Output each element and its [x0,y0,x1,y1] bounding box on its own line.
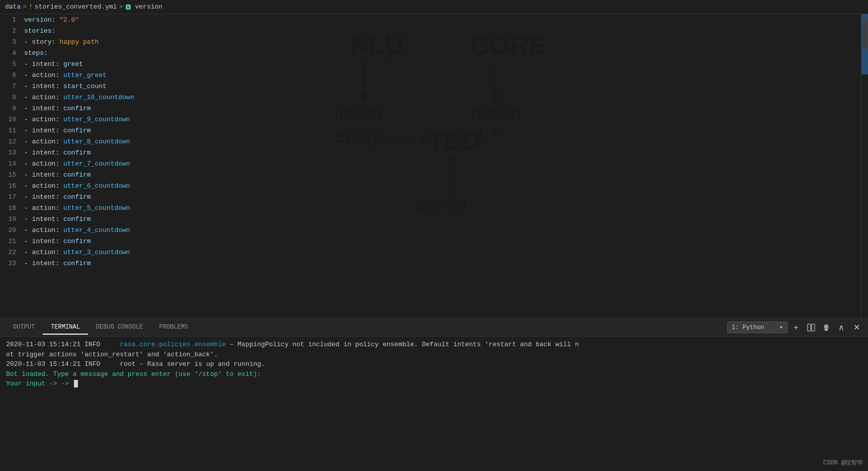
code-line: 4 steps: [0,47,251,58]
watermark: CSDN @段智华 [823,458,863,467]
terminal-line-1: 2020-11-03 15:14:21 INFO rasa.core.polic… [6,340,862,350]
panel-tabs: OUTPUT TERMINAL DEBUG CONSOLE PROBLEMS 1… [0,319,868,337]
chevron-down-icon: ▾ [779,324,783,331]
code-line: 18 - action: utter_5_countdown [0,202,251,213]
collapse-panel-button[interactable]: ∧ [835,321,848,334]
input-prompt: Your input -> [6,379,57,389]
terminal-line-3: Bot loaded. Type a message and press ent… [6,369,862,379]
scrollbar-thumb[interactable] [862,19,867,49]
code-editor: 1version: "2.0"2stories:3- story: happy … [0,14,251,318]
breadcrumb-symbol: V [125,3,133,11]
svg-marker-3 [360,94,368,102]
code-line: 3- story: happy path [0,36,251,47]
code-lines: 1version: "2.0"2stories:3- story: happy … [0,14,251,269]
tab-debug-console[interactable]: DEBUG CONSOLE [88,321,151,335]
code-line: 8 - action: utter_10_countdown [0,92,251,103]
code-line: 22 - action: utter_3_countdown [0,247,251,258]
terminal-content: 2020-11-03 15:14:21 INFO rasa.core.polic… [0,337,868,471]
diagram-area: NLU CORE intent entity action TED [251,14,861,318]
delete-terminal-button[interactable] [820,321,833,334]
terminal-cursor [74,380,78,387]
entity-label: entity [335,125,381,146]
breadcrumb-exclaim: ! [29,3,33,11]
ted-label: TED [428,126,480,155]
tab-output[interactable]: OUTPUT [5,321,43,335]
terminal-input-line: Your input -> -> [6,379,862,389]
tab-problems[interactable]: PROBLEMS [151,321,196,335]
breadcrumb-version[interactable]: version [135,3,162,11]
code-line: 19 - intent: confirm [0,213,251,224]
intent-label: intent [335,103,382,124]
code-line: 15 - intent: confirm [0,169,251,180]
code-line: 23 - intent: confirm [0,258,251,269]
terminal-dropdown[interactable]: 1: Python ▾ [727,322,788,333]
breadcrumb: data > ! stories_converted.yml > V versi… [0,0,868,14]
action-label: action [471,103,522,124]
bottom-panel: OUTPUT TERMINAL DEBUG CONSOLE PROBLEMS 1… [0,318,868,471]
convo-label: convo [415,193,466,214]
code-line: 21 - intent: confirm [0,236,251,247]
svg-rect-12 [808,324,811,331]
svg-text:V: V [127,5,130,10]
code-line: 17 - intent: confirm [0,191,251,202]
close-panel-button[interactable]: ✕ [850,321,863,334]
breadcrumb-sep-1: > [23,3,27,11]
new-terminal-button[interactable]: + [790,321,803,334]
tab-terminal[interactable]: TERMINAL [43,321,88,335]
svg-marker-7 [419,136,428,144]
code-line: 13 - intent: confirm [0,147,251,158]
panel-right-controls: 1: Python ▾ + ∧ ✕ [727,321,863,334]
code-line: 9 - intent: confirm [0,103,251,114]
nlu-label: NLU [350,31,404,60]
code-line: 1version: "2.0" [0,14,251,25]
code-line: 12 - action: utter_8_countdown [0,136,251,147]
code-line: 2stories: [0,25,251,36]
diagram-svg: NLU CORE intent entity action TED [251,14,861,318]
main-content: 1version: "2.0"2stories:3- story: happy … [0,14,868,318]
breadcrumb-sep-2: > [119,3,123,11]
terminal-line-2: 2020-11-03 15:14:21 INFO root – Rasa ser… [6,359,862,369]
terminal-line-1b: ot trigger actions 'action_restart' and … [6,350,862,360]
svg-rect-13 [812,324,815,331]
code-line: 7 - intent: start_count [0,81,251,92]
code-line: 10 - action: utter_9_countdown [0,114,251,125]
code-line: 16 - action: utter_6_countdown [0,180,251,191]
code-line: 11 - intent: confirm [0,125,251,136]
dropdown-label: 1: Python [732,324,764,331]
code-line: 5 - intent: greet [0,58,251,69]
code-line: 6 - action: utter_greet [0,69,251,81]
code-line: 20 - action: utter_4_countdown [0,224,251,236]
svg-marker-9 [493,124,499,131]
breadcrumb-file[interactable]: stories_converted.yml [35,3,117,11]
svg-marker-5 [492,94,500,102]
code-line: 14 - action: utter_7_countdown [0,158,251,169]
split-terminal-button[interactable] [805,321,818,334]
core-label: CORE [471,31,546,60]
breadcrumb-data[interactable]: data [5,3,21,11]
scrollbar[interactable] [861,14,868,318]
